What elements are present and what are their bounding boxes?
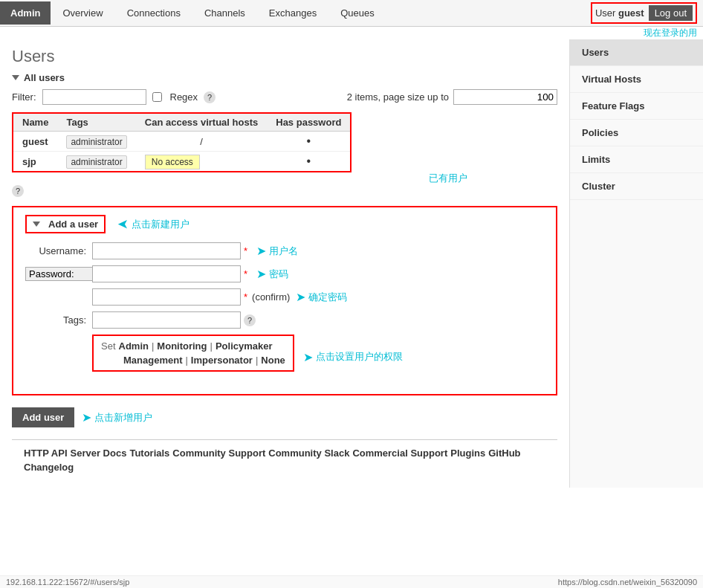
permissions-row-1: Set Admin | Monitoring | Policymaker [101,340,285,352]
footer-community-slack[interactable]: Community Slack [268,448,349,459]
sidebar-item-virtual-hosts[interactable]: Virtual Hosts [570,66,703,93]
username-form-group: Username: * ➤ 用户名 [25,242,544,259]
page-title: Users [12,47,557,66]
permissions-box: Set Admin | Monitoring | Policymaker Man… [92,335,294,372]
logged-in-note: 现在登录的用 [0,27,703,39]
regex-label: Regex [170,91,198,103]
add-user-button[interactable]: Add user [12,407,74,427]
tags-label: Tags: [25,314,92,326]
user-name-guest[interactable]: guest [13,132,57,152]
arrow-add-user-icon: ➤ [82,410,91,424]
footer-changelog-row: Changelog [24,462,545,473]
user-tags-guest: administrator [57,132,135,152]
username-annotation: 用户名 [269,245,298,258]
footer-commercial-support[interactable]: Commercial Support [352,448,447,459]
help-icon[interactable]: ? [12,185,24,197]
footer: HTTP API Server Docs Tutorials Community… [12,439,557,480]
col-password: Has password [267,114,350,132]
tags-input[interactable] [92,311,241,329]
tags-help-icon[interactable]: ? [244,314,256,326]
confirm-required: * [244,291,247,303]
nav-connections[interactable]: Connections [115,1,192,25]
username-display: guest [618,7,644,19]
nav-right: User guest Log out [591,2,703,24]
password-label-cell: Password: Hashed password: [25,267,92,281]
main-layout: Users All users Filter: Regex ? 2 items,… [0,39,703,488]
footer-tutorials[interactable]: Tutorials [129,448,169,459]
sidebar-item-policies[interactable]: Policies [570,120,703,146]
user-label-text: User guest [595,7,644,19]
perm-management[interactable]: Management [123,355,182,366]
arrow-permissions-icon: ➤ [303,350,313,364]
collapse-icon[interactable] [12,75,19,80]
password-required: * [244,268,247,280]
footer-http-api[interactable]: HTTP API [24,448,68,459]
add-user-title-text: Add a user [48,219,98,230]
perm-impersonator[interactable]: Impersonator [191,355,253,366]
perm-policymaker[interactable]: Policymaker [216,340,273,352]
footer-community-support[interactable]: Community Support [172,448,265,459]
footer-links: HTTP API Server Docs Tutorials Community… [24,448,545,459]
col-name: Name [13,114,57,132]
page-size-input[interactable] [453,89,557,105]
regex-checkbox[interactable] [152,92,162,102]
perm-monitoring[interactable]: Monitoring [157,340,207,352]
logout-button[interactable]: Log out [649,5,693,21]
add-user-collapse-icon[interactable] [33,222,40,227]
col-tags: Tags [57,114,135,132]
regex-help-icon[interactable]: ? [204,91,216,103]
user-tags-sjp: administrator [57,152,135,172]
filter-input[interactable] [42,89,146,105]
user-info-box: User guest Log out [591,2,697,24]
password-input[interactable] [92,265,241,282]
main-content: Users All users Filter: Regex ? 2 items,… [0,39,569,488]
all-users-header: All users [12,72,557,83]
footer-changelog[interactable]: Changelog [24,462,74,473]
sidebar-item-limits[interactable]: Limits [570,146,703,173]
permissions-wrapper: Set Admin | Monitoring | Policymaker Man… [25,335,544,379]
user-password-guest: • [267,132,350,152]
username-row: Username: * ➤ 用户名 [25,242,544,259]
add-user-wrapper: Add a user ➤ 点击新建用户 Username: * [12,206,557,427]
col-access: Can access virtual hosts [136,114,267,132]
password-row: Password: Hashed password: * ➤ 密码 [25,265,544,282]
already-user-annotation: 已有用户 [429,172,467,184]
perm-none[interactable]: None [261,355,285,366]
footer-plugins[interactable]: Plugins [450,448,485,459]
footer-github[interactable]: GitHub [488,448,520,459]
add-user-header: Add a user ➤ 点击新建用户 [25,215,544,233]
tags-row: Tags: ? [25,311,544,329]
sidebar-item-feature-flags[interactable]: Feature Flags [570,93,703,120]
sidebar-item-users[interactable]: Users [570,39,703,66]
permissions-annotation-label: 点击设置用户的权限 [316,350,403,364]
username-label: Username: [25,245,92,256]
user-name-sjp[interactable]: sjp [13,152,57,172]
items-count-text: 2 items, page size up to [347,91,449,103]
all-users-label: All users [24,72,65,83]
arrow-password-icon: ➤ [256,267,266,281]
table-row: sjp administrator No access • [13,152,350,172]
permissions-annotation-wrapper: ➤ 点击设置用户的权限 [303,350,403,364]
user-access-sjp: No access [136,152,267,172]
password-annotation: 密码 [269,268,288,281]
admin-badge: Admin [0,1,51,25]
nav-exchanges[interactable]: Exchanges [257,1,328,25]
filter-row: Filter: Regex ? 2 items, page size up to [12,89,557,105]
sidebar-item-cluster[interactable]: Cluster [570,173,703,200]
nav-queues[interactable]: Queues [328,1,386,25]
perm-admin[interactable]: Admin [119,340,149,352]
footer-server-docs[interactable]: Server Docs [71,448,127,459]
permissions-row-2: Management | Impersonator | None [101,355,285,366]
sidebar: Users Virtual Hosts Feature Flags Polici… [569,39,703,488]
table-row: guest administrator / • [13,132,350,152]
confirm-label-text: (confirm) [252,291,290,303]
nav-channels[interactable]: Channels [192,1,257,25]
username-input[interactable] [92,242,241,259]
all-users-area: All users Filter: Regex ? 2 items, page … [12,72,557,185]
nav-overview[interactable]: Overview [51,1,114,25]
users-table-wrapper: Name Tags Can access virtual hosts Has p… [12,112,352,172]
user-password-sjp: • [267,152,350,172]
add-user-btn-wrapper: Add user ➤ 点击新增用户 [12,407,557,427]
confirm-password-input[interactable] [92,288,241,306]
nav-left: Admin Overview Connections Channels Exch… [0,1,591,25]
